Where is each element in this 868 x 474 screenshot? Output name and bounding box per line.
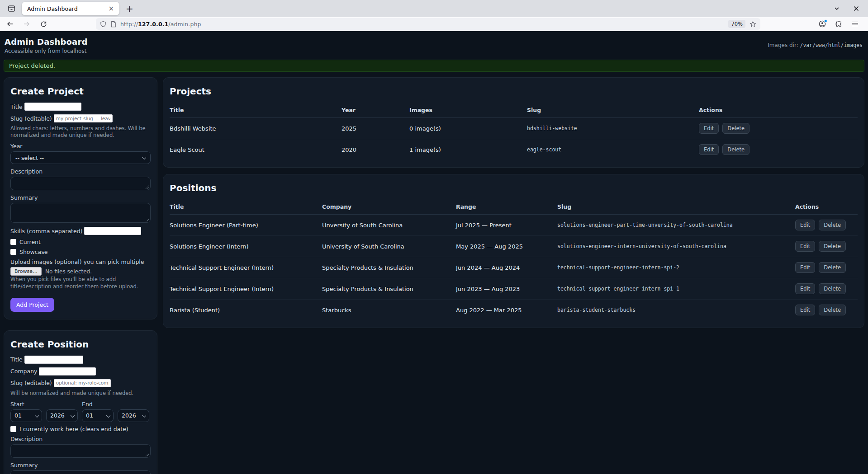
position-description-textarea[interactable] — [10, 444, 151, 458]
cell: Technical Support Engineer (Intern) — [170, 257, 322, 278]
column-header: Slug — [527, 103, 699, 118]
tab-close-icon[interactable]: × — [106, 5, 116, 13]
project-current-checkbox[interactable] — [10, 239, 16, 245]
project-title-label: Title — [10, 103, 23, 110]
position-description-label: Description — [10, 436, 151, 442]
slug-cell: technical-support-engineer-intern-spi-1 — [557, 278, 795, 300]
end-year-select[interactable]: 2026 — [118, 409, 149, 422]
project-year-label: Year — [10, 143, 151, 150]
upload-help: When you pick files you'll be able to ad… — [10, 276, 151, 290]
menu-icon[interactable] — [852, 22, 858, 27]
project-year-select[interactable]: -- select -- — [10, 151, 151, 164]
project-title-input[interactable] — [24, 103, 81, 111]
delete-button[interactable]: Delete — [722, 123, 749, 134]
project-summary-textarea[interactable] — [10, 203, 151, 223]
column-header: Company — [322, 199, 456, 215]
firefox-view-icon[interactable] — [5, 2, 18, 15]
create-position-heading: Create Position — [10, 339, 151, 350]
cell: Aug 2022 — Mar 2025 — [456, 300, 557, 321]
position-title-input[interactable] — [24, 356, 83, 364]
browser-toolbar: http://127.0.0.1/admin.php 70% — [0, 17, 868, 31]
end-month-select[interactable]: 01 — [82, 409, 114, 422]
tab-list-chevron-icon[interactable] — [834, 5, 840, 12]
chevron-down-icon — [142, 155, 146, 160]
position-summary-textarea[interactable] — [10, 470, 151, 474]
table-row: Solutions Engineer (Part-time)Unversity … — [170, 215, 858, 236]
edit-button[interactable]: Edit — [699, 144, 719, 155]
url-text: http://127.0.0.1/admin.php — [120, 21, 201, 28]
no-files-text: No files selected. — [45, 268, 92, 275]
start-year-select[interactable]: 2026 — [46, 409, 78, 422]
actions-cell: EditDelete — [795, 278, 858, 300]
forward-button[interactable] — [21, 19, 32, 29]
delete-button[interactable]: Delete — [819, 220, 846, 230]
start-month-select[interactable]: 01 — [10, 409, 42, 422]
images-dir: Images dir: /var/www/html/images — [768, 42, 863, 48]
table-row: Eagle Scout20201 image(s)eagle-scoutEdit… — [170, 139, 858, 160]
page-title: Admin Dashboard — [5, 37, 863, 47]
project-showcase-checkbox-row[interactable]: Showcase — [10, 249, 151, 255]
browse-button[interactable]: Browse… — [10, 267, 42, 276]
column-header: Range — [456, 199, 557, 215]
edit-button[interactable]: Edit — [795, 305, 815, 315]
shield-icon[interactable] — [100, 21, 106, 28]
edit-button[interactable]: Edit — [795, 241, 815, 252]
chevron-down-icon — [142, 413, 146, 418]
project-skills-label: Skills (comma separated) — [10, 228, 82, 235]
create-position-card: Create Position Title Company Slug (edit… — [4, 330, 157, 474]
cell: Technical Support Engineer (Intern) — [170, 278, 322, 300]
admin-page: Admin Dashboard Accessible only from loc… — [0, 31, 868, 474]
add-project-button[interactable]: Add Project — [10, 298, 54, 312]
position-slug-input[interactable] — [54, 379, 111, 387]
back-button[interactable] — [5, 19, 15, 29]
tab-title: Admin Dashboard — [27, 5, 106, 12]
actions-cell: EditDelete — [795, 236, 858, 257]
project-slug-input[interactable] — [54, 114, 113, 122]
edit-button[interactable]: Edit — [795, 283, 815, 294]
cell: 2025 — [342, 118, 409, 139]
extensions-icon[interactable] — [835, 21, 842, 28]
project-showcase-checkbox[interactable] — [10, 249, 16, 255]
cell: Solutions Engineer (Intern) — [170, 236, 322, 257]
edit-button[interactable]: Edit — [795, 262, 815, 273]
project-description-label: Description — [10, 168, 151, 175]
position-current-checkbox-row[interactable]: I currently work here (clears end date) — [10, 426, 151, 432]
column-header: Title — [170, 199, 322, 215]
start-label: Start — [10, 401, 24, 408]
position-summary-label: Summary — [10, 462, 151, 469]
bookmark-star-icon[interactable] — [749, 21, 756, 28]
url-bar[interactable]: http://127.0.0.1/admin.php 70% — [96, 18, 760, 30]
reload-button[interactable] — [38, 19, 49, 29]
page-header: Admin Dashboard Accessible only from loc… — [0, 31, 868, 58]
chevron-down-icon — [71, 413, 75, 418]
cell: 2020 — [342, 139, 409, 160]
zoom-level-button[interactable]: 70% — [728, 20, 745, 28]
window-close-icon[interactable] — [854, 6, 859, 11]
project-slug-label: Slug (editable) — [10, 115, 52, 122]
account-icon[interactable] — [819, 20, 826, 28]
images-dir-path: /var/www/html/images — [800, 42, 863, 48]
project-current-checkbox-row[interactable]: Current — [10, 239, 151, 245]
edit-button[interactable]: Edit — [699, 123, 719, 134]
cell: Specialty Products & Insulation — [322, 278, 456, 300]
browser-tab[interactable]: Admin Dashboard × — [22, 2, 119, 15]
slug-cell: technical-support-engineer-intern-spi-2 — [557, 257, 795, 278]
positions-card: Positions TitleCompanyRangeSlugActionsSo… — [163, 174, 864, 328]
delete-button[interactable]: Delete — [819, 283, 846, 294]
page-info-icon[interactable] — [110, 21, 116, 28]
delete-button[interactable]: Delete — [819, 262, 846, 273]
delete-button[interactable]: Delete — [722, 144, 749, 155]
new-tab-button[interactable]: + — [126, 3, 133, 14]
edit-button[interactable]: Edit — [795, 220, 815, 230]
delete-button[interactable]: Delete — [819, 305, 846, 315]
position-company-input[interactable] — [39, 367, 96, 375]
project-skills-input[interactable] — [84, 227, 141, 235]
position-current-checkbox[interactable] — [10, 426, 16, 432]
position-company-label: Company — [10, 368, 37, 375]
cell: 1 image(s) — [409, 139, 527, 160]
column-header: Images — [409, 103, 527, 118]
create-project-card: Create Project Title Slug (editable) All… — [4, 77, 157, 319]
delete-button[interactable]: Delete — [819, 241, 846, 252]
slug-cell: eagle-scout — [527, 139, 699, 160]
project-description-textarea[interactable] — [10, 177, 151, 190]
